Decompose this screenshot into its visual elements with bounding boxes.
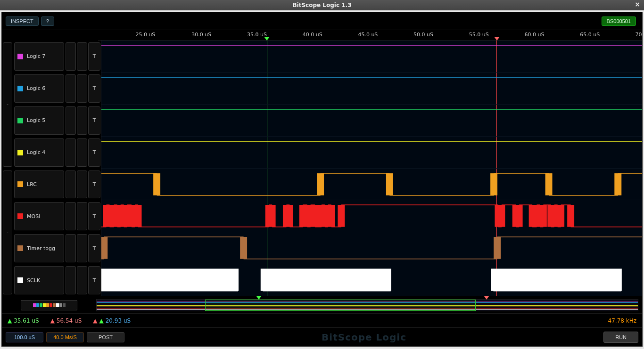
channel-name-text: Logic 5	[27, 117, 45, 123]
channel-group-toggle[interactable]: -	[3, 42, 12, 167]
waveform-row[interactable]	[101, 41, 642, 73]
channel-option-button[interactable]	[77, 74, 87, 103]
channel-color-swatch	[17, 181, 23, 187]
channel-option-button[interactable]	[77, 266, 87, 294]
ruler-tick: 30.0 uS	[191, 32, 211, 38]
channel-group-toggle[interactable]: -	[3, 170, 12, 295]
main-area: 25.0 uS30.0 uS35.0 uS40.0 uS45.0 uS50.0 …	[2, 30, 642, 346]
channel-option-button[interactable]	[66, 266, 76, 294]
overview-row	[2, 296, 642, 313]
channel-option-button[interactable]	[77, 202, 87, 230]
waveform-row[interactable]	[101, 264, 642, 296]
channel-option-button[interactable]	[66, 170, 76, 199]
channel-option-button[interactable]	[77, 234, 87, 262]
status-bar: ▲ 35.61 uS ▲ 56.54 uS ▲▲ 20.93 uS 47.78 …	[2, 313, 642, 327]
app-frame: INSPECT ? BS000501 25.0 uS30.0 uS35.0 uS…	[1, 12, 643, 347]
ruler-tick: 60.0 uS	[525, 32, 545, 38]
channel-trigger-button[interactable]: T	[88, 202, 100, 230]
channel-option-button[interactable]	[77, 106, 87, 135]
channel-option-button[interactable]	[66, 42, 76, 71]
device-id-button[interactable]: BS000501	[602, 16, 636, 26]
ruler-tick: 25.0 uS	[135, 32, 155, 38]
cursor-delta-readout: ▲▲ 20.93 uS	[93, 317, 131, 324]
timebase-button[interactable]: 100.0 uS	[6, 332, 43, 342]
overview-window[interactable]	[205, 300, 476, 311]
channel-trigger-button[interactable]: T	[88, 170, 100, 199]
help-button[interactable]: ?	[41, 16, 54, 26]
waveform-row[interactable]	[101, 137, 642, 169]
channel-labels: Logic 7Logic 6Logic 5Logic 4LRCMOSITimer…	[13, 41, 65, 296]
palette-swatch	[59, 303, 62, 307]
time-ruler-row: 25.0 uS30.0 uS35.0 uS40.0 uS45.0 uS50.0 …	[2, 30, 642, 41]
channel-color-swatch	[17, 277, 23, 283]
ruler-tick: 70.	[635, 32, 642, 38]
channel-label[interactable]: MOSI	[14, 202, 64, 230]
channel-color-swatch	[17, 213, 23, 219]
run-button[interactable]: RUN	[603, 332, 638, 343]
trigger-mode-button[interactable]: POST	[87, 332, 124, 342]
palette-swatch	[43, 303, 46, 307]
window-close-icon[interactable]: ×	[635, 0, 640, 8]
channel-option-button[interactable]	[66, 106, 76, 135]
channel-color-swatch	[17, 150, 23, 155]
channel-trigger-button[interactable]: T	[88, 138, 100, 167]
channel-label[interactable]: Logic 6	[14, 74, 64, 103]
channel-label[interactable]: Logic 7	[14, 42, 64, 71]
channel-palette[interactable]	[21, 300, 77, 310]
overview-cursor-green-icon[interactable]	[256, 296, 261, 300]
ruler-tick: 65.0 uS	[580, 32, 600, 38]
ruler-tick: 45.0 uS	[358, 32, 378, 38]
channel-label[interactable]: LRC	[14, 170, 64, 199]
channel-trigger-button[interactable]: T	[88, 266, 100, 294]
waveform-area[interactable]	[101, 41, 642, 296]
channel-option-button[interactable]	[77, 138, 87, 167]
channel-option-button[interactable]	[66, 234, 76, 262]
triangle-up-red-icon: ▲	[50, 317, 55, 324]
channel-option-button[interactable]	[66, 202, 76, 230]
palette-swatch	[36, 303, 39, 307]
samplerate-button[interactable]: 40.0 Ms/S	[46, 332, 84, 342]
channel-name-text: LRC	[27, 181, 37, 187]
channel-name-text: SCLK	[27, 277, 40, 284]
channel-color-swatch	[17, 118, 23, 123]
channel-label[interactable]: Logic 4	[14, 138, 64, 167]
channel-label[interactable]: Timer togg	[14, 234, 64, 262]
channel-trigger-button[interactable]: T	[88, 74, 100, 103]
group-column: --	[2, 41, 13, 296]
waveform-row[interactable]	[101, 169, 642, 201]
palette-swatch	[56, 303, 59, 307]
channel-option-button[interactable]	[77, 170, 87, 199]
window-titlebar: BitScope Logic 1.3 ×	[0, 0, 644, 10]
overview-track[interactable]	[96, 299, 638, 311]
overview-cursor-red-icon[interactable]	[484, 296, 489, 300]
palette-swatch	[63, 303, 66, 307]
watermark-text: BitScope Logic	[127, 332, 601, 343]
palette-swatch	[40, 303, 42, 307]
channel-name-text: MOSI	[27, 213, 40, 219]
triangle-up-green-icon: ▲	[8, 317, 12, 324]
channel-trigger-button[interactable]: T	[88, 42, 100, 71]
channel-name-text: Logic 4	[27, 149, 45, 155]
channel-option-button[interactable]	[66, 138, 76, 167]
channel-label[interactable]: SCLK	[14, 266, 64, 294]
channel-label[interactable]: Logic 5	[14, 106, 64, 135]
waveform-row[interactable]	[101, 232, 642, 264]
channel-btn-col-2	[76, 41, 88, 296]
waveform-row[interactable]	[101, 200, 642, 232]
channel-trigger-button[interactable]: T	[88, 106, 100, 135]
channel-trigger-col: TTTTTTTT	[88, 41, 101, 296]
channel-option-button[interactable]	[66, 74, 76, 103]
palette-swatch	[50, 303, 52, 307]
channel-name-text: Timer togg	[27, 245, 55, 252]
palette-swatch	[46, 303, 49, 307]
channel-btn-col-1	[65, 41, 76, 296]
cursor-red-readout: ▲ 56.54 uS	[50, 317, 82, 324]
ruler-tick: 50.0 uS	[413, 32, 433, 38]
inspect-button[interactable]: INSPECT	[6, 16, 39, 26]
waveform-row[interactable]	[101, 73, 642, 105]
channel-trigger-button[interactable]: T	[88, 234, 100, 262]
window-title: BitScope Logic 1.3	[292, 2, 351, 8]
waveform-row[interactable]	[101, 105, 642, 137]
channel-option-button[interactable]	[77, 42, 87, 71]
time-ruler[interactable]: 25.0 uS30.0 uS35.0 uS40.0 uS45.0 uS50.0 …	[98, 30, 642, 41]
